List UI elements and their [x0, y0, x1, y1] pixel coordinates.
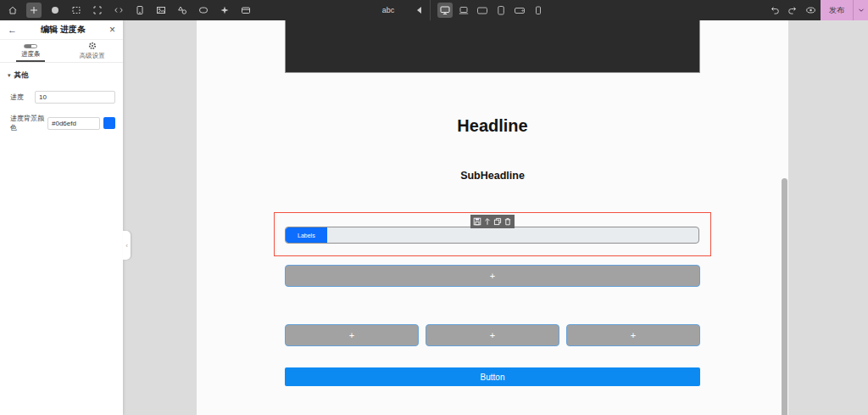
progress-field-label: 进度 [10, 93, 24, 102]
phone-portrait-icon[interactable] [531, 3, 546, 18]
toolbar-right-group: 发布 [767, 0, 868, 20]
toolbar-center-group: abc [371, 0, 546, 20]
theme-icon[interactable] [47, 3, 63, 18]
phone-landscape-icon[interactable] [512, 3, 527, 18]
publish-button[interactable]: 发布 [821, 0, 853, 20]
progress-field-row: 进度 [8, 91, 115, 104]
top-toolbar: abc [0, 0, 868, 20]
tab-progress-bar[interactable]: 进度条 [0, 40, 62, 62]
section-title: 其他 [14, 70, 29, 81]
archive-icon[interactable] [238, 3, 253, 18]
progress-bar-fill: Labels [286, 227, 327, 243]
undo-icon[interactable] [767, 3, 782, 18]
redo-icon[interactable] [785, 3, 800, 18]
tablet-portrait-icon[interactable] [493, 3, 509, 18]
page-canvas: Headline SubHeadline Labels + + + + [197, 20, 788, 415]
toolbar-divider [430, 0, 431, 20]
page-content: Headline SubHeadline Labels + + + + [285, 20, 700, 415]
progress-color-field-row: 进度背景颜色 [8, 114, 115, 132]
color-swatch[interactable] [103, 117, 115, 129]
preview-eye-icon[interactable] [803, 3, 818, 18]
gear-icon [88, 42, 97, 50]
subheadline-text[interactable]: SubHeadline [285, 170, 700, 182]
hero-block[interactable] [285, 20, 700, 73]
ai-magic-icon[interactable] [217, 3, 232, 18]
publish-dropdown-button[interactable] [854, 0, 868, 20]
element-action-toolbar [470, 215, 515, 228]
add-block-placeholder[interactable]: + [285, 324, 419, 346]
device-preview-icon[interactable] [132, 3, 147, 18]
panel-title: 编辑 进度条 [17, 24, 109, 36]
tab-label: 高级设置 [80, 52, 105, 60]
tab-label: 进度条 [21, 50, 41, 59]
progress-color-input[interactable] [47, 117, 100, 130]
section-dashed-icon[interactable] [69, 3, 84, 18]
tab-advanced-settings[interactable]: 高级设置 [62, 40, 124, 62]
panel-tabs: 进度条 高级设置 [0, 40, 123, 63]
panel-collapse-handle[interactable]: ‹ [123, 231, 131, 260]
headline-text[interactable]: Headline [285, 116, 700, 136]
tablet-landscape-icon[interactable] [475, 3, 490, 18]
edit-panel-header: ← 编辑 进度条 × [0, 20, 123, 40]
comment-icon[interactable] [196, 3, 211, 18]
cta-button[interactable]: Button [285, 367, 700, 386]
add-block-placeholder[interactable]: + [426, 324, 559, 346]
publish-group: 发布 [821, 0, 868, 20]
back-arrow-icon[interactable]: ← [8, 25, 17, 35]
progress-bar-mini-icon [24, 44, 37, 48]
add-block-icon[interactable] [26, 3, 42, 18]
move-up-icon[interactable] [483, 217, 492, 227]
collapse-left-icon[interactable] [417, 7, 421, 14]
device-switcher [437, 3, 546, 18]
save-icon[interactable] [473, 217, 482, 227]
progress-color-field-label: 进度背景颜色 [10, 114, 47, 132]
delete-icon[interactable] [504, 217, 513, 227]
duplicate-icon[interactable] [493, 217, 503, 227]
home-icon[interactable] [5, 3, 20, 18]
caret-down-icon: ▾ [8, 72, 11, 79]
close-icon[interactable]: × [109, 24, 115, 36]
shapes-icon[interactable] [175, 3, 190, 18]
laptop-icon[interactable] [456, 3, 471, 18]
progress-value-input[interactable] [35, 91, 115, 104]
add-block-placeholder[interactable]: + [566, 324, 700, 346]
fullscreen-icon[interactable] [90, 3, 105, 18]
toolbar-left-group [5, 0, 253, 20]
placeholder-row: + + + [285, 324, 700, 346]
other-section: ▾ 其他 进度 进度背景颜色 [0, 63, 123, 132]
code-icon[interactable] [111, 3, 126, 18]
add-block-placeholder[interactable]: + [285, 265, 700, 287]
image-icon[interactable] [153, 3, 169, 18]
page-name[interactable]: abc [371, 6, 405, 14]
progress-bar[interactable]: Labels [285, 227, 699, 244]
desktop-icon[interactable] [437, 3, 453, 18]
section-header-other[interactable]: ▾ 其他 [8, 70, 115, 81]
edit-panel: ← 编辑 进度条 × 进度条 高级设置 ▾ 其他 进度 进度背景颜色 [0, 20, 123, 415]
canvas-scrollbar[interactable] [782, 178, 787, 415]
